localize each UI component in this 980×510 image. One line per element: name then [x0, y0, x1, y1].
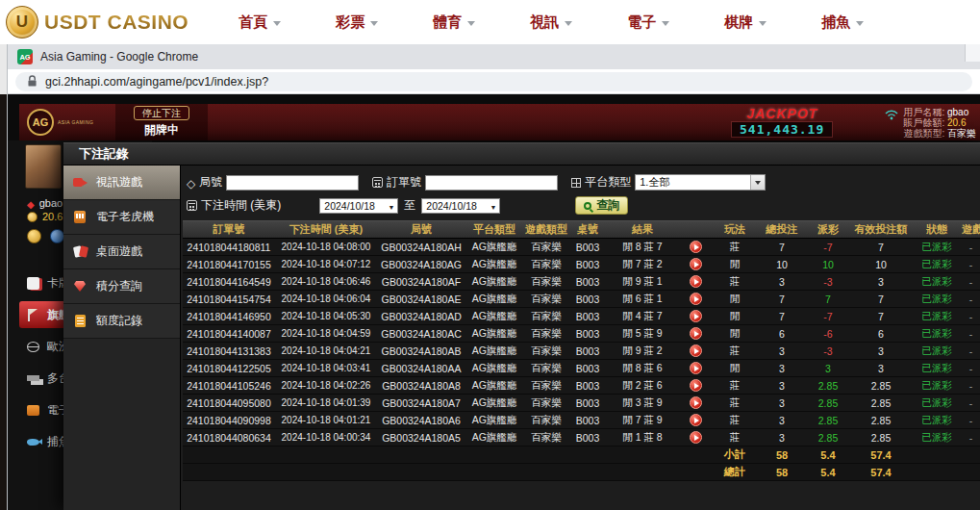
cell-round-number: GB00324A180A8 — [377, 380, 465, 392]
nav-item[interactable]: 視訊 — [530, 13, 572, 32]
nav-item[interactable]: 電子 — [627, 13, 669, 32]
cell-bet-time: 2024-10-18 04:06:46 — [275, 276, 377, 287]
modal-menu-item[interactable]: 額度記錄 — [63, 304, 180, 339]
nav-item[interactable]: 彩票 — [336, 13, 378, 32]
cell-bet-time: 2024-10-18 04:01:21 — [275, 415, 377, 425]
search-button[interactable]: 查詢 — [575, 196, 628, 215]
replay-play-button[interactable] — [690, 293, 702, 305]
cell-round-number: GB00324A180AC — [377, 328, 465, 340]
address-input[interactable]: gci.2hhapi.com/agingame/pcv1/index.jsp? — [15, 72, 972, 91]
cell-round-number: GB00324A180AD — [377, 311, 465, 322]
replay-play-button[interactable] — [690, 379, 702, 392]
nav-item-label: 視訊 — [530, 13, 559, 32]
cell-platform-type: AG旗艦廳 — [465, 275, 523, 289]
nav-item[interactable]: 首頁 — [239, 13, 281, 32]
globe-icon — [27, 342, 39, 352]
replay-play-button[interactable] — [690, 327, 702, 340]
cell-play-type: 莊 — [712, 275, 758, 289]
cell-replay — [679, 327, 712, 341]
browser-titlebar[interactable]: AG Asia Gaming - Google Chrome — [8, 44, 980, 69]
cell-extra: - — [962, 276, 980, 288]
replay-play-button[interactable] — [690, 310, 702, 322]
replay-play-button[interactable] — [690, 241, 702, 253]
coin-letter: U — [16, 13, 28, 32]
cell-round-number: GB00324A180AA — [377, 363, 465, 374]
cell-round-number: GB00324A180AF — [377, 276, 465, 288]
stop-betting-button[interactable]: 停止下注 — [134, 106, 189, 120]
modal-menu-label: 電子老虎機 — [96, 209, 154, 225]
nav-item[interactable]: 棋牌 — [724, 13, 766, 32]
deposit-icon[interactable] — [27, 229, 41, 243]
cell-platform-type: AG旗艦廳 — [465, 327, 523, 341]
site-logo-text: USDT CASINO — [44, 11, 188, 34]
cell-extra: - — [962, 328, 980, 340]
replay-play-button[interactable] — [690, 362, 702, 374]
cell-round-number: GB00324A180AG — [377, 259, 465, 270]
cell-order-number: 241018044154754 — [183, 293, 275, 305]
nav-item[interactable]: 捕魚 — [821, 13, 864, 32]
cell-replay — [679, 310, 712, 323]
cell-total-bet: 6 — [758, 328, 806, 340]
window-controls[interactable] — [965, 44, 980, 62]
table-row: 241018044080634 2024-10-18 04:00:34 GB00… — [183, 429, 980, 446]
date-from-select[interactable]: 2024/10/18 — [319, 198, 398, 214]
column-header: 局號 — [377, 222, 465, 237]
cell-result: 閒 9 莊 2 — [606, 344, 679, 358]
column-header: 派彩 — [806, 222, 850, 237]
cell-play-type: 閒 — [712, 362, 758, 375]
modal-menu-item[interactable]: 積分查詢 — [63, 269, 180, 304]
window-title: Asia Gaming - Google Chrome — [40, 50, 198, 64]
cell-play-type: 閒 — [712, 327, 758, 341]
cell-platform-type: AG旗艦廳 — [465, 293, 523, 306]
nav-item[interactable]: 體育 — [433, 13, 475, 32]
modal-menu-item[interactable]: 桌面遊戲 — [63, 235, 180, 269]
cell-play-type: 莊 — [712, 414, 758, 427]
cell-valid-bet: 7 — [850, 242, 912, 253]
url-text: gci.2hhapi.com/agingame/pcv1/index.jsp? — [45, 75, 268, 89]
chevron-down-icon — [759, 21, 766, 26]
column-header: 玩法 — [712, 222, 758, 237]
date-to-select[interactable]: 2024/10/18 — [421, 198, 500, 214]
table-row: 241018044146950 2024-10-18 04:05:30 GB00… — [183, 308, 980, 325]
cell-play-type: 莊 — [712, 379, 758, 393]
date-to-value: 2024/10/18 — [426, 200, 477, 212]
round-number-input[interactable] — [226, 175, 359, 191]
cell-valid-bet: 3 — [850, 345, 912, 357]
modal-menu-item[interactable]: 電子老虎機 — [63, 200, 180, 235]
cell-result: 閒 4 莊 7 — [606, 310, 679, 323]
cell-bet-time: 2024-10-18 04:00:34 — [275, 432, 377, 443]
replay-play-button[interactable] — [690, 275, 702, 288]
chevron-down-icon — [370, 21, 378, 26]
cell-total-bet: 3 — [758, 276, 806, 288]
cell-table-number: B003 — [569, 259, 606, 270]
chevron-down-icon — [467, 21, 475, 26]
date-from-value: 2024/10/18 — [324, 200, 375, 212]
modal-menu-item[interactable]: 視訊遊戲 — [63, 166, 180, 200]
nav-item-label: 彩票 — [336, 13, 364, 32]
chevron-down-icon — [565, 21, 572, 26]
cell-payout: 7 — [806, 293, 850, 305]
cell-extra: - — [962, 432, 980, 444]
replay-play-button[interactable] — [690, 344, 702, 357]
replay-play-button[interactable] — [690, 396, 702, 409]
replay-play-button[interactable] — [690, 414, 702, 426]
cell-order-number: 241018044140087 — [183, 328, 275, 340]
cell-table-number: B003 — [569, 242, 606, 253]
transfer-icon[interactable] — [50, 229, 64, 243]
bet-time-label: 下注時間 (美東) — [201, 197, 281, 214]
cell-total-bet: 7 — [758, 311, 806, 322]
replay-play-button[interactable] — [690, 431, 702, 444]
column-header: 總投注 — [758, 222, 806, 237]
replay-play-button[interactable] — [690, 258, 702, 270]
site-logo[interactable]: U USDT CASINO — [0, 6, 188, 38]
cell-status: 已派彩 — [912, 362, 962, 375]
cell-game-type: 百家樂 — [523, 310, 569, 323]
table-row: 241018044164549 2024-10-18 04:06:46 GB00… — [183, 273, 980, 291]
platform-type-icon — [571, 178, 581, 188]
platform-type-select[interactable]: 1.全部 — [635, 174, 766, 191]
flag-icon — [27, 309, 39, 321]
ledger-icon — [73, 315, 88, 327]
cell-order-number: 241018044105246 — [183, 380, 275, 392]
screen: U USDT CASINO 首頁 彩票 體育 — [0, 0, 980, 510]
order-number-input[interactable] — [425, 175, 558, 191]
